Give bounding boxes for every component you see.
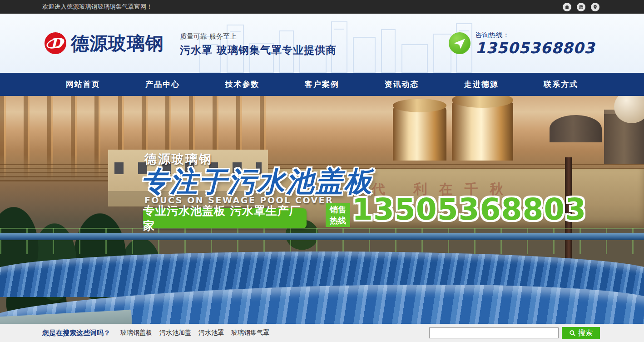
nav-item-products[interactable]: 产品中心 — [123, 73, 202, 96]
slogan-line1: 质量可靠 服务至上 — [180, 32, 337, 41]
nav-item-contact[interactable]: 联系方式 — [521, 73, 601, 96]
search-prompt: 您是在搜索这些词吗？ — [42, 329, 110, 337]
header-inner: D 德源玻璃钢 质量可靠 服务至上 污水罩 玻璃钢集气罩专业提供商 咨询热线： … — [0, 14, 644, 73]
logo-text: 德源玻璃钢 — [71, 31, 164, 56]
svg-text:D: D — [50, 35, 64, 51]
main-nav: 网站首页 产品中心 技术参数 客户案例 资讯动态 走进德源 联系方式 — [0, 73, 644, 96]
nav-item-home[interactable]: 网站首页 — [43, 73, 123, 96]
hero-sales-label: 销售 热线 — [326, 203, 350, 227]
keyword-link-3[interactable]: 污水池罩 — [198, 329, 224, 337]
company-logo[interactable]: D 德源玻璃钢 — [44, 31, 164, 56]
keyword-link-2[interactable]: 污水池加盖 — [159, 329, 191, 337]
sales-label-line1: 销售 — [330, 204, 346, 215]
welcome-text: 欢迎进入德源玻璃钢玻璃钢集气罩官网！ — [42, 3, 153, 11]
camera-icon[interactable] — [577, 3, 585, 11]
sales-label-line2: 热线 — [330, 215, 346, 226]
keyword-link-1[interactable]: 玻璃钢盖板 — [120, 329, 152, 337]
header-slogan: 质量可靠 服务至上 污水罩 玻璃钢集气罩专业提供商 — [180, 32, 337, 57]
hero-tagline-button[interactable]: 专业污水池盖板 污水罩生产厂家 — [143, 208, 307, 228]
location-icon[interactable] — [591, 3, 599, 11]
hotline-texts: 咨询热线： 13505368803 — [475, 31, 595, 55]
search-button[interactable]: 搜索 — [562, 327, 600, 339]
site-header: D 德源玻璃钢 质量可靠 服务至上 污水罩 玻璃钢集气罩专业提供商 咨询热线： … — [0, 14, 644, 73]
magnifier-icon — [569, 330, 576, 337]
topbar-social-icons — [563, 3, 599, 11]
slogan-line2: 污水罩 玻璃钢集气罩专业提供商 — [180, 43, 337, 57]
hero-dark-dome — [550, 115, 602, 142]
hero-sales-number: 13505368803 — [352, 195, 586, 225]
hotline-label: 咨询热线： — [475, 31, 595, 40]
logo-mark-icon: D — [44, 32, 67, 55]
search-group: 搜索 — [429, 327, 600, 339]
keyword-link-4[interactable]: 玻璃钢集气罩 — [231, 329, 269, 337]
nav-item-specs[interactable]: 技术参数 — [203, 73, 282, 96]
top-bar: 欢迎进入德源玻璃钢玻璃钢集气罩官网！ — [0, 0, 644, 14]
home-icon[interactable] — [563, 3, 571, 11]
search-input[interactable] — [429, 327, 559, 338]
search-button-label: 搜索 — [578, 328, 593, 338]
hero-gold-tank-1 — [393, 106, 446, 161]
paper-plane-icon — [449, 32, 471, 54]
hero-gold-tank-2 — [452, 101, 513, 161]
search-bar-section: 您是在搜索这些词吗？ 玻璃钢盖板 污水池加盖 污水池罩 玻璃钢集气罩 搜索 — [0, 324, 644, 342]
hero-green-railing — [0, 228, 644, 254]
hotline-number: 13505368803 — [475, 40, 595, 55]
nav-item-cases[interactable]: 客户案例 — [282, 73, 362, 96]
hero-blue-pipe — [0, 233, 644, 240]
header-hotline: 咨询热线： 13505368803 — [449, 31, 595, 55]
nav-item-news[interactable]: 资讯动态 — [362, 73, 441, 96]
hero-banner: 功在当代 利在千秋 德源玻璃钢 专注于污水池盖板 FOUCS ON SEWAGE… — [0, 96, 644, 324]
nav-item-about[interactable]: 走进德源 — [441, 73, 521, 96]
hot-keywords: 玻璃钢盖板 污水池加盖 污水池罩 玻璃钢集气罩 — [120, 329, 269, 337]
